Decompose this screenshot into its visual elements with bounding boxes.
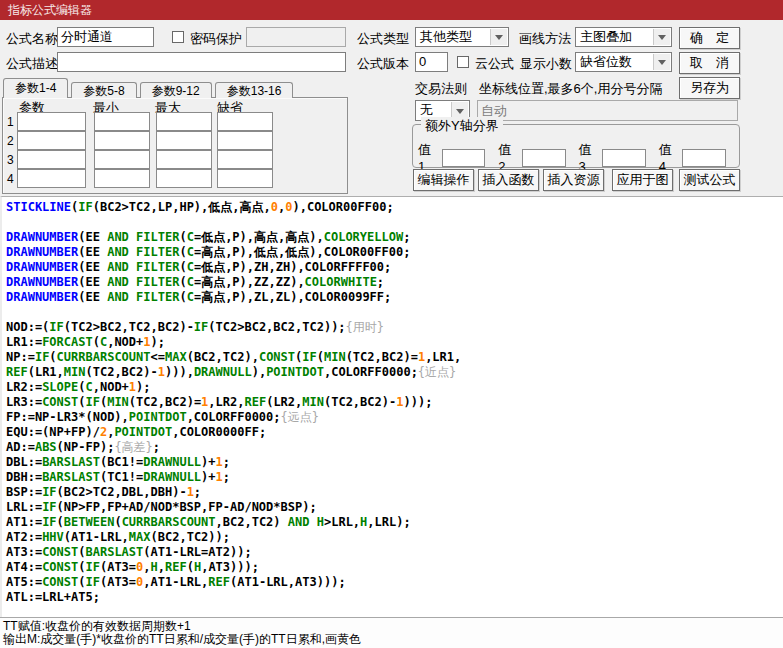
param-input-r3c3[interactable] [156,150,212,169]
y-value-input-2[interactable] [522,149,566,167]
param-input-r1c1[interactable] [17,112,86,131]
code-line: AT1:=IF(BETWEEN(CURRBARSCOUNT,BC2,TC2) A… [6,515,783,530]
code-line: DRAWNUMBER(EE AND FILTER(C=高点,P),ZZ,ZZ),… [6,275,783,290]
cancel-button[interactable]: 取 消 [679,52,740,74]
param-input-r1c3[interactable] [156,112,212,131]
formula-name-input[interactable]: 分时通道 [57,27,154,47]
code-line: AD:=ABS(NP-FP);{高差}; [6,440,783,455]
code-line: FP:=NP-LR3*(NOD),POINTDOT,COLORFF0000;{远… [6,410,783,425]
code-line: DBL:=BARSLAST(BC1!=DRAWNULL)+1; [6,455,783,470]
draw-method-label: 画线方法 [519,30,571,48]
coord-line-hint: 坐标线位置,最多6个,用分号分隔 [479,80,662,98]
formula-version-label: 公式版本 [357,55,409,73]
code-line: AT3:=CONST(BARSLAST(AT1-LRL=AT2)); [6,545,783,560]
insert-resource-button[interactable]: 插入资源 [543,169,604,191]
formula-desc-label: 公式描述 [6,55,58,73]
password-protect-label: 密码保护 [190,30,242,48]
tab-params-2[interactable]: 参数5-8 [71,82,136,98]
draw-method-select[interactable]: 主图叠加 [575,27,672,47]
chevron-down-icon[interactable] [653,54,670,70]
param-input-r2c4[interactable] [217,131,273,150]
param-tabs: 参数1-4参数5-8参数9-12参数13-16 [3,78,296,98]
param-table: 参数最小最大缺省1234 [2,97,348,194]
formula-editor-dialog: 指标公式编辑器 公式名称 分时通道 密码保护 公式类型 其他类型 画线方法 主图… [0,0,783,648]
param-input-r2c3[interactable] [156,131,212,150]
password-input [246,27,346,47]
code-line: DRAWNUMBER(EE AND FILTER(C=低点,P),高点,高点),… [6,230,783,245]
draw-method-value: 主图叠加 [580,28,632,46]
code-line: DRAWNUMBER(EE AND FILTER(C=高点,P),ZL,ZL),… [6,290,783,305]
formula-type-label: 公式类型 [357,30,409,48]
code-line: NOD:=(IF(TC2>BC2,TC2,BC2)-IF(TC2>BC2,BC2… [6,320,783,335]
code-line: LR3:=CONST(IF(MIN(TC2,BC2)=1,LR2,REF(LR2… [6,395,783,410]
coord-position-input: 自动 [477,100,738,121]
param-row-number: 4 [7,172,14,186]
formula-type-select[interactable]: 其他类型 [415,27,509,47]
test-formula-button[interactable]: 测试公式 [679,169,740,191]
window-title: 指标公式编辑器 [8,3,92,17]
param-input-r1c2[interactable] [94,112,150,131]
cloud-formula-checkbox[interactable] [457,56,469,68]
trade-rule-label: 交易法则 [415,80,467,98]
code-line: STICKLINE(IF(BC2>TC2,LP,HP),低点,高点,0,0),C… [6,200,783,215]
param-input-r4c4[interactable] [217,169,273,188]
edit-ops-button[interactable]: 编辑操作 [413,169,474,191]
cloud-formula-label: 云公式 [475,55,514,73]
code-line: LRL:=IF(NP>FP,FP+AD/NOD*BSP,FP-AD/NOD*BS… [6,500,783,515]
param-input-r3c1[interactable] [17,150,86,169]
apply-to-chart-button[interactable]: 应用于图 [612,169,673,191]
param-input-r4c2[interactable] [94,169,150,188]
decimal-select[interactable]: 缺省位数 [575,52,672,72]
code-line: EQU:=(NP+FP)/2,POINTDOT,COLOR0000FF; [6,425,783,440]
extra-y-axis-legend: 额外Y轴分界 [421,117,503,135]
param-input-r2c2[interactable] [94,131,150,150]
code-line: DBH:=BARSLAST(TC1!=DRAWNULL)+1; [6,470,783,485]
param-input-r3c2[interactable] [94,150,150,169]
decimal-label: 显示小数 [520,55,572,73]
code-line: LR1:=FORCAST(C,NOD+1); [6,335,783,350]
status-line-2: 输出M:成交量(手)*收盘价的TT日累和/成交量(手)的TT日累和,画黄色 [3,633,783,646]
param-row-number: 2 [7,134,14,148]
tab-params-3[interactable]: 参数9-12 [140,82,212,98]
save-as-button[interactable]: 另存为 [679,77,740,99]
code-line: ATL:=LRL+AT5; [6,590,783,605]
extra-y-axis-group: 额外Y轴分界 值1值2值3值4 [412,124,740,168]
code-line: AT2:=HHV(AT1-LRL,MAX(BC2,TC2)); [6,530,783,545]
decimal-value: 缺省位数 [580,53,632,71]
formula-type-value: 其他类型 [420,28,472,46]
formula-desc-input[interactable] [57,52,346,72]
code-line: AT4:=CONST(IF(AT3=0,H,REF(H,AT3))); [6,560,783,575]
param-input-r2c1[interactable] [17,131,86,150]
param-row-number: 3 [7,153,14,167]
tab-params-1[interactable]: 参数1-4 [3,78,68,98]
code-line: LR2:=SLOPE(C,NOD+1); [6,380,783,395]
y-value-input-1[interactable] [442,149,486,167]
insert-function-button[interactable]: 插入函数 [478,169,539,191]
formula-version-input[interactable]: 0 [415,52,448,72]
code-line: REF(LR1,MIN(TC2,BC2)-1))),DRAWNULL),POIN… [6,365,783,380]
chevron-down-icon[interactable] [653,29,670,45]
param-input-r4c1[interactable] [17,169,86,188]
status-bar: TT赋值:收盘价的有效数据周期数+1 输出M:成交量(手)*收盘价的TT日累和/… [0,617,783,648]
password-protect-checkbox[interactable] [172,31,184,43]
tab-params-4[interactable]: 参数13-16 [215,82,294,98]
code-line: DRAWNUMBER(EE AND FILTER(C=高点,P),低点,低点),… [6,245,783,260]
y-value-input-4[interactable] [682,149,726,167]
code-line: BSP:=IF(BC2>TC2,DBL,DBH)-1; [6,485,783,500]
code-line: NP:=IF(CURRBARSCOUNT<=MAX(BC2,TC2),CONST… [6,350,783,365]
param-input-r3c4[interactable] [217,150,273,169]
title-bar[interactable]: 指标公式编辑器 [0,0,783,20]
code-line: DRAWNUMBER(EE AND FILTER(C=低点,P),ZH,ZH),… [6,260,783,275]
formula-code-editor[interactable]: STICKLINE(IF(BC2>TC2,LP,HP),低点,高点,0,0),C… [0,196,783,617]
formula-name-label: 公式名称 [6,30,58,48]
ok-button[interactable]: 确 定 [679,27,740,49]
param-row-number: 1 [7,115,14,129]
y-value-input-3[interactable] [602,149,646,167]
param-input-r4c3[interactable] [156,169,212,188]
code-line: AT5:=CONST(IF(AT3=0,AT1-LRL,REF(AT1-LRL,… [6,575,783,590]
param-input-r1c4[interactable] [217,112,273,131]
code-line [6,215,783,230]
chevron-down-icon[interactable] [490,29,507,45]
code-line [6,305,783,320]
